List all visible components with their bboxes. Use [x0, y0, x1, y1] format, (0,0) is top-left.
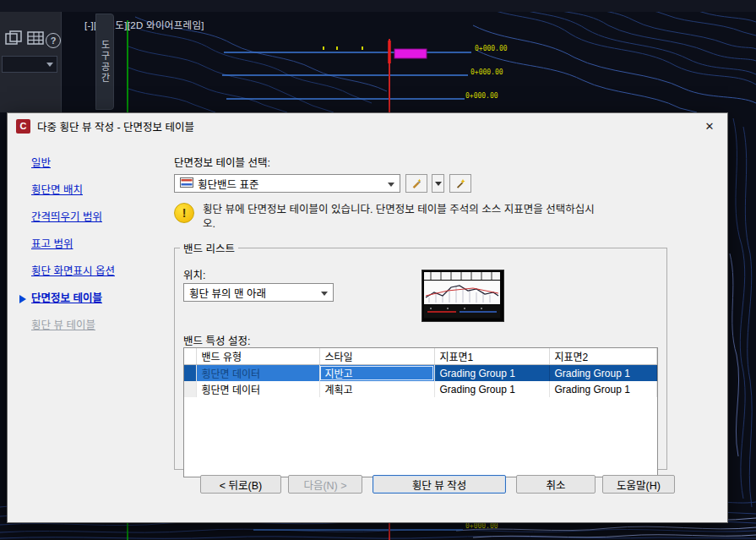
chevron-down-icon [435, 182, 442, 186]
palette-dropdown[interactable] [2, 56, 57, 73]
band-list-group: 밴드 리스트 위치: 횡단 뷰의 맨 아래 [174, 240, 667, 470]
screen: [-][평면도][2D 와이어프레임] 0+000.00 0+000.00 0+… [0, 0, 756, 540]
station-label: 0+000.00 [470, 68, 503, 76]
dialog-buttons: < 뒤로(B) 다음(N) > 횡단 뷰 작성 취소 도움말(H) [200, 475, 675, 494]
cell-surface2[interactable]: Grading Group 1 [549, 381, 657, 397]
chevron-down-icon [46, 63, 53, 67]
palette-windows-icon[interactable] [5, 30, 24, 49]
band-list-group-title: 밴드 리스트 [180, 240, 238, 256]
nav-item-section-view-tables: 횡단 뷰 테이블 [21, 319, 166, 332]
table-row[interactable]: 횡단면 데이터 계획고 Grading Group 1 Grading Grou… [184, 381, 657, 397]
nav-item-offset-range[interactable]: 간격띄우기 범위 [21, 211, 166, 224]
wand-icon [455, 177, 465, 189]
chevron-down-icon [388, 183, 394, 187]
band-set-combobox[interactable]: 횡단밴드 표준 [174, 174, 400, 193]
create-section-views-button[interactable]: 횡단 뷰 작성 [373, 475, 506, 494]
station-label: 0+000.00 [475, 45, 508, 52]
cancel-button[interactable]: 취소 [516, 475, 596, 494]
band-set-value: 횡단밴드 표준 [198, 176, 258, 192]
close-icon[interactable]: ✕ [692, 113, 727, 139]
band-set-row: 횡단밴드 표준 [174, 174, 677, 193]
help-button[interactable]: 도움말(H) [602, 475, 675, 494]
app-titlebar-strip [0, 0, 756, 12]
band-properties-grid[interactable]: 밴드 유형 스타일 지표면1 지표면2 횡단면 데이터 지반고 Grading … [183, 347, 658, 477]
civil3d-app-icon: C [16, 119, 30, 134]
palette-vertical-tab-label: 도구공간 [98, 40, 111, 84]
band-preview-thumbnail [422, 270, 504, 322]
chevron-down-icon [321, 292, 328, 296]
nav-item-general[interactable]: 일반 [21, 157, 166, 170]
cell-surface1[interactable]: Grading Group 1 [434, 381, 549, 397]
warning-message: ! 횡단 뷰에 단면정보 테이블이 있습니다. 단면정보 테이블 주석의 소스 … [174, 203, 657, 232]
row-selector[interactable] [184, 381, 196, 397]
band-properties-label: 밴드 특성 설정: [183, 332, 250, 348]
edit-band-set-dropdown-button[interactable] [432, 174, 444, 193]
location-label: 위치: [183, 266, 205, 282]
cell-style[interactable]: 계획고 [319, 381, 434, 397]
pick-surface-button[interactable] [449, 174, 471, 193]
warning-line-1: 횡단 뷰에 단면정보 테이블이 있습니다. 단면정보 테이블 주석의 소스 지표… [203, 203, 595, 217]
station-label: 0+000.00 [465, 522, 498, 530]
col-band-type[interactable]: 밴드 유형 [196, 348, 319, 365]
back-button[interactable]: < 뒤로(B) [200, 475, 281, 494]
cell-style[interactable]: 지반고 [319, 365, 434, 382]
nav-item-data-bands[interactable]: 단면정보 테이블 [21, 292, 166, 305]
row-selector-header [184, 348, 196, 365]
band-set-label: 단면정보 테이블 선택: [174, 154, 677, 170]
warning-icon: ! [174, 203, 194, 223]
help-icon[interactable]: ? [46, 33, 61, 48]
cell-band-type[interactable]: 횡단면 데이터 [196, 381, 319, 397]
table-grid-icon[interactable] [27, 30, 44, 49]
nav-item-section-display-options[interactable]: 횡단 화면표시 옵션 [21, 265, 166, 278]
dialog-content: 단면정보 테이블 선택: 횡단밴드 표준 ! [174, 154, 677, 470]
nav-item-elevation-range[interactable]: 표고 범위 [21, 238, 166, 251]
col-style[interactable]: 스타일 [319, 348, 434, 365]
band-set-icon [180, 177, 193, 190]
location-value: 횡단 뷰의 맨 아래 [189, 285, 266, 301]
warning-text: 횡단 뷰에 단면정보 테이블이 있습니다. 단면정보 테이블 주석의 소스 지표… [203, 203, 595, 232]
cell-surface1[interactable]: Grading Group 1 [434, 365, 549, 382]
dialog-create-multiple-section-views: C 다중 횡단 뷰 작성 - 단면정보 테이블 ✕ 일반 횡단면 배치 간격띄우… [7, 112, 728, 523]
pencil-icon [411, 177, 422, 189]
dialog-titlebar[interactable]: C 다중 횡단 뷰 작성 - 단면정보 테이블 ✕ [8, 113, 727, 139]
station-label: 0+000.00 [465, 92, 498, 100]
table-row[interactable]: 횡단면 데이터 지반고 Grading Group 1 Grading Grou… [184, 365, 657, 382]
cell-surface2[interactable]: Grading Group 1 [549, 365, 657, 382]
table-header-row: 밴드 유형 스타일 지표면1 지표면2 [184, 348, 657, 365]
col-surface2[interactable]: 지표면2 [549, 348, 657, 365]
nav-item-section-placement[interactable]: 횡단면 배치 [21, 184, 166, 197]
edit-band-set-button[interactable] [405, 174, 427, 193]
col-surface1[interactable]: 지표면1 [434, 348, 549, 365]
location-combobox[interactable]: 횡단 뷰의 맨 아래 [183, 283, 334, 302]
wizard-nav: 일반 횡단면 배치 간격띄우기 범위 표고 범위 횡단 화면표시 옵션 단면정보… [21, 157, 166, 346]
dialog-title: 다중 횡단 뷰 작성 - 단면정보 테이블 [37, 118, 194, 134]
warning-line-2: 오. [203, 217, 595, 232]
palette-vertical-tab[interactable]: 도구공간 [95, 14, 114, 110]
row-selector[interactable] [184, 365, 196, 382]
cell-band-type[interactable]: 횡단면 데이터 [196, 365, 319, 382]
next-button: 다음(N) > [288, 475, 362, 494]
left-palette: ? [0, 12, 62, 112]
